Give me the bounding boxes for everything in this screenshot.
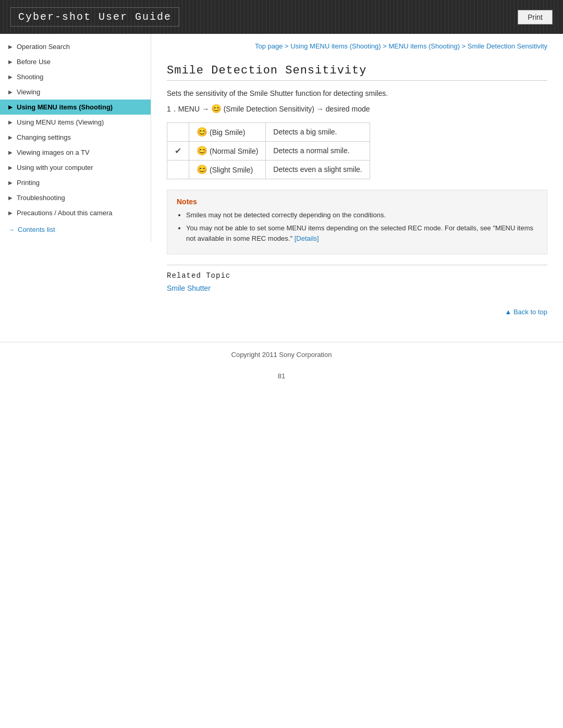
- checkmark-icon: ✔: [175, 146, 181, 155]
- label-cell-2: 😊(Slight Smile): [189, 160, 266, 179]
- note-item-1: You may not be able to set some MENU ite…: [186, 223, 537, 243]
- notes-title: Notes: [177, 198, 537, 206]
- sidebar-item-6[interactable]: ▶Changing settings: [0, 130, 151, 145]
- sidebar-item-label: Operation Search: [17, 43, 70, 51]
- smile-label: (Normal Smile): [210, 147, 258, 155]
- notes-list: Smiles may not be detected correctly dep…: [177, 210, 537, 244]
- smile-face-icon: 😊: [197, 127, 207, 137]
- sidebar-arrow-icon: ▶: [8, 44, 13, 50]
- check-cell-1: ✔: [167, 141, 189, 160]
- description-cell-0: Detects a big smile.: [266, 122, 370, 141]
- back-to-top-link[interactable]: ▲ Back to top: [505, 308, 547, 316]
- table-row: 😊(Slight Smile)Detects even a slight smi…: [167, 160, 370, 179]
- main-layout: ▶Operation Search▶Before Use▶Shooting▶Vi…: [0, 34, 563, 326]
- details-link[interactable]: [Details]: [295, 235, 319, 242]
- contents-list-label: Contents list: [18, 226, 55, 233]
- label-cell-0: 😊(Big Smile): [189, 122, 266, 141]
- sidebar-item-9[interactable]: ▶Printing: [0, 175, 151, 190]
- page-title: Smile Detection Sensitivity: [167, 64, 547, 77]
- title-divider: [167, 80, 547, 81]
- sidebar-item-label: Viewing: [17, 88, 40, 96]
- contents-list-link[interactable]: → Contents list: [0, 220, 151, 237]
- table-row: 😊(Big Smile)Detects a big smile.: [167, 122, 370, 141]
- sidebar-item-label: Using MENU items (Shooting): [17, 103, 113, 111]
- print-button[interactable]: Print: [518, 10, 553, 24]
- sidebar-arrow-icon: ▶: [8, 134, 13, 140]
- site-title: Cyber-shot User Guide: [10, 7, 179, 27]
- sidebar-item-label: Changing settings: [17, 133, 71, 141]
- smile-face-icon: 😊: [197, 165, 207, 175]
- sidebar-item-7[interactable]: ▶Viewing images on a TV: [0, 145, 151, 160]
- footer: Copyright 2011 Sony Corporation: [0, 342, 563, 367]
- menu-smile-icon: 😊: [211, 104, 222, 113]
- sidebar-item-label: Using with your computer: [17, 164, 93, 171]
- sidebar-item-label: Using MENU items (Viewing): [17, 118, 104, 126]
- breadcrumb-link-3[interactable]: Smile Detection Sensitivity: [468, 42, 547, 50]
- breadcrumb-separator: >: [460, 42, 468, 50]
- sidebar-arrow-icon: ▶: [8, 150, 13, 155]
- sidebar-arrow-icon: ▶: [8, 59, 13, 65]
- smile-face-icon: 😊: [197, 146, 207, 156]
- breadcrumb-link-0[interactable]: Top page: [255, 42, 283, 50]
- sidebar-item-8[interactable]: ▶Using with your computer: [0, 160, 151, 175]
- sidebar-item-1[interactable]: ▶Before Use: [0, 54, 151, 69]
- breadcrumb-separator: >: [381, 42, 389, 50]
- sidebar-arrow-icon: ▶: [8, 180, 13, 186]
- notes-box: Notes Smiles may not be detected correct…: [167, 190, 547, 255]
- sidebar-arrow-icon: ▶: [8, 165, 13, 170]
- note-item-0: Smiles may not be detected correctly dep…: [186, 210, 537, 220]
- contents-arrow-icon: →: [8, 226, 15, 233]
- sidebar-item-label: Viewing images on a TV: [17, 149, 90, 156]
- sidebar-item-10[interactable]: ▶Troubleshooting: [0, 190, 151, 205]
- sidebar-item-label: Precautions / About this camera: [17, 209, 113, 217]
- description-cell-1: Detects a normal smile.: [266, 141, 370, 160]
- sidebar-arrow-icon: ▶: [8, 74, 13, 80]
- header: Cyber-shot User Guide Print: [0, 0, 563, 34]
- sidebar-item-4[interactable]: ▶Using MENU items (Shooting): [0, 100, 151, 115]
- back-to-top-row: ▲ Back to top: [167, 308, 547, 316]
- copyright-text: Copyright 2011 Sony Corporation: [231, 351, 332, 359]
- label-cell-1: 😊(Normal Smile): [189, 141, 266, 160]
- check-cell-2: [167, 160, 189, 179]
- smile-shutter-link[interactable]: Smile Shutter: [167, 284, 211, 292]
- sidebar-item-11[interactable]: ▶Precautions / About this camera: [0, 205, 151, 220]
- breadcrumb-separator: >: [283, 42, 290, 50]
- sidebar-item-label: Shooting: [17, 73, 43, 81]
- related-divider: [167, 265, 547, 265]
- related-topic-title: Related Topic: [167, 272, 547, 280]
- sidebar-item-5[interactable]: ▶Using MENU items (Viewing): [0, 115, 151, 130]
- page-number: 81: [0, 372, 563, 380]
- sidebar-item-3[interactable]: ▶Viewing: [0, 84, 151, 100]
- sidebar-item-label: Printing: [17, 179, 40, 187]
- breadcrumb: Top page > Using MENU items (Shooting) >…: [167, 34, 547, 55]
- table-row: ✔😊(Normal Smile)Detects a normal smile.: [167, 141, 370, 160]
- sidebar-arrow-icon: ▶: [8, 119, 13, 125]
- content-area: Top page > Using MENU items (Shooting) >…: [151, 34, 563, 326]
- sidebar-item-2[interactable]: ▶Shooting: [0, 69, 151, 84]
- breadcrumb-link-1[interactable]: Using MENU items (Shooting): [290, 42, 381, 50]
- sidebar-arrow-icon: ▶: [8, 89, 13, 95]
- sidebar-item-0[interactable]: ▶Operation Search: [0, 39, 151, 54]
- check-cell-0: [167, 122, 189, 141]
- breadcrumb-link-2[interactable]: MENU items (Shooting): [388, 42, 460, 50]
- sidebar-item-label: Troubleshooting: [17, 194, 65, 202]
- sidebar-arrow-icon: ▶: [8, 210, 13, 216]
- sidebar-item-label: Before Use: [17, 58, 51, 66]
- sidebar-arrow-icon: ▶: [8, 104, 13, 110]
- description: Sets the sensitivity of the Smile Shutte…: [167, 89, 547, 97]
- sidebar: ▶Operation Search▶Before Use▶Shooting▶Vi…: [0, 34, 151, 242]
- description-cell-2: Detects even a slight smile.: [266, 160, 370, 179]
- sidebar-arrow-icon: ▶: [8, 195, 13, 201]
- smile-sensitivity-table: 😊(Big Smile)Detects a big smile.✔😊(Norma…: [167, 122, 370, 179]
- step-instruction: 1．MENU → 😊 (Smile Detection Sensitivity)…: [167, 104, 547, 114]
- smile-label: (Slight Smile): [210, 166, 253, 174]
- smile-label: (Big Smile): [210, 128, 245, 137]
